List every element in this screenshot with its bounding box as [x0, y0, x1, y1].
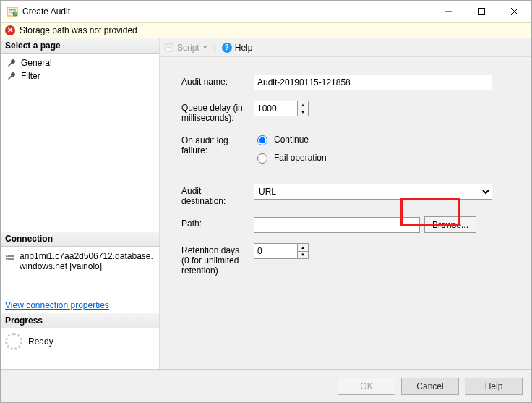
maximize-button[interactable]: [465, 1, 498, 22]
audit-name-label: Audit name:: [181, 75, 254, 87]
error-text: Storage path was not provided: [20, 25, 137, 35]
svg-rect-5: [479, 9, 485, 15]
progress-header: Progress: [1, 313, 159, 328]
help-button[interactable]: ? Help: [222, 43, 253, 53]
left-panel: Select a page General Filter Connection …: [1, 38, 160, 369]
nav-label-general: General: [21, 58, 52, 68]
script-label: Script: [177, 43, 200, 53]
help-button-footer[interactable]: Help: [465, 378, 523, 395]
radio-fail-label: Fail operation: [274, 153, 327, 163]
path-input[interactable]: [254, 217, 420, 233]
stepper-down-button[interactable]: ▼: [298, 252, 308, 259]
radio-fail-operation[interactable]: Fail operation: [254, 151, 327, 164]
script-button[interactable]: Script ▼: [164, 43, 208, 53]
progress-status: Ready: [28, 336, 53, 347]
connection-text-1: arib1mi1.c7aa2d506712.database.: [20, 251, 153, 261]
svg-point-3: [13, 12, 17, 16]
retention-stepper[interactable]: ▲ ▼: [254, 243, 309, 259]
audit-destination-label: Audit destination:: [181, 184, 254, 206]
audit-destination-select[interactable]: URL: [254, 184, 492, 200]
radio-fail-input[interactable]: [257, 153, 267, 164]
nav-label-filter: Filter: [21, 71, 40, 81]
dialog-footer: OK Cancel Help: [1, 369, 531, 402]
radio-continue[interactable]: Continue: [254, 133, 327, 145]
wrench-icon: [7, 71, 17, 81]
browse-button[interactable]: Browse...: [424, 216, 476, 233]
error-icon: ✕: [5, 25, 15, 35]
title-bar: Create Audit: [1, 1, 531, 22]
svg-rect-1: [9, 9, 16, 11]
progress-spinner-icon: [5, 333, 22, 350]
stepper-up-button[interactable]: ▲: [298, 101, 308, 109]
path-label: Path:: [181, 216, 254, 229]
audit-name-input[interactable]: [254, 75, 492, 90]
queue-delay-label: Queue delay (in milliseconds):: [181, 101, 254, 123]
nav-item-filter[interactable]: Filter: [5, 69, 155, 82]
stepper-down-button[interactable]: ▼: [298, 109, 308, 116]
connection-text-2: windows.net [vainolo]: [20, 261, 153, 271]
ok-button[interactable]: OK: [338, 378, 395, 395]
svg-point-10: [7, 255, 8, 257]
chevron-down-icon: ▼: [202, 44, 208, 51]
audit-form: Audit name: Queue delay (in milliseconds…: [160, 57, 531, 293]
cancel-button[interactable]: Cancel: [401, 378, 459, 395]
stepper-up-button[interactable]: ▲: [298, 244, 308, 252]
radio-continue-input[interactable]: [257, 135, 267, 145]
select-page-header: Select a page: [1, 38, 159, 54]
nav-item-general[interactable]: General: [5, 56, 155, 69]
main-panel: Script ▼ | ? Help Audit name: Queue dela…: [160, 38, 531, 369]
queue-delay-stepper[interactable]: ▲ ▼: [254, 101, 309, 116]
wrench-icon: [7, 58, 17, 68]
queue-delay-input[interactable]: [254, 101, 297, 116]
retention-input[interactable]: [254, 243, 297, 259]
toolbar: Script ▼ | ? Help: [160, 38, 531, 57]
server-icon: [5, 253, 15, 263]
view-connection-properties-link[interactable]: View connection properties: [1, 297, 159, 313]
svg-point-11: [7, 259, 8, 260]
connection-header: Connection: [1, 232, 159, 247]
radio-continue-label: Continue: [274, 135, 309, 145]
help-icon: ?: [222, 43, 232, 53]
toolbar-separator: |: [214, 43, 216, 53]
error-bar: ✕ Storage path was not provided: [1, 22, 531, 38]
window-title: Create Audit: [22, 7, 432, 17]
retention-label: Retention days (0 for unlimited retentio…: [181, 243, 254, 276]
on-failure-label: On audit log failure:: [181, 133, 254, 156]
help-label: Help: [235, 43, 253, 53]
close-button[interactable]: [498, 1, 531, 22]
script-icon: [164, 43, 174, 53]
minimize-button[interactable]: [432, 1, 465, 22]
app-icon: [7, 6, 18, 17]
